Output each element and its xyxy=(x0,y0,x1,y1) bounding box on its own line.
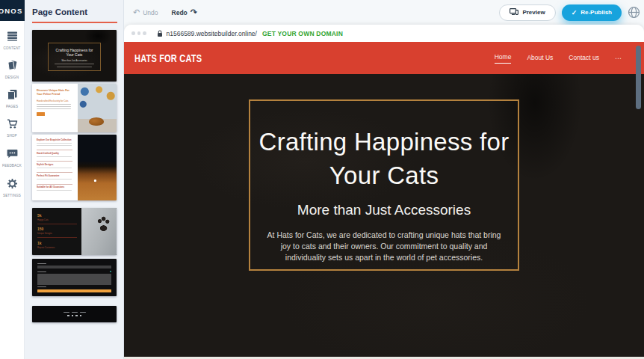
sidebar-item-settings[interactable]: SETTINGS xyxy=(0,178,25,197)
sidebar-item-label: DESIGN xyxy=(5,76,19,79)
thumbnail-intro-section[interactable]: Discover Unique Hats For Your Feline Fri… xyxy=(32,84,117,132)
content-icon xyxy=(7,31,18,45)
preview-label: Preview xyxy=(522,9,545,16)
hero-title[interactable]: Crafting Happiness forYour Cats xyxy=(250,125,518,192)
thumbnail-feature-heading: Stylish Designs xyxy=(37,164,74,167)
nav-item-about-us[interactable]: About Us xyxy=(527,54,553,63)
thumbnail-features-cat-photo xyxy=(78,135,117,200)
sidebar-item-label: SHOP xyxy=(7,134,17,138)
thumbnail-feature-heading: Suitable for All Occasions xyxy=(37,186,74,189)
thumbnail-intro-cat-photo xyxy=(78,84,117,132)
thumbnail-features-section[interactable]: Explore Our Exquisite Collection Hand-Cr… xyxy=(32,135,117,200)
thumbnail-form-input xyxy=(37,266,111,269)
thumbnail-feature-heading: Hand-Crafted Quality xyxy=(37,153,74,156)
site-brand-logo[interactable]: HATS FOR CATS xyxy=(134,52,202,64)
window-dots xyxy=(131,31,146,35)
design-icon xyxy=(7,60,18,74)
thumbnail-intro-button xyxy=(37,112,45,116)
thumbnail-stat-value: 1k xyxy=(37,241,77,245)
app-sidebar: IONOS CONTENT DESIGN PAGES SHOP xyxy=(0,0,25,359)
hero-subtitle[interactable]: More than Just Accessories xyxy=(250,202,518,218)
thumbnail-hero-title: Crafting Happiness for Your Cats xyxy=(54,48,94,58)
panel-title: Page Content xyxy=(32,7,123,16)
site-nav: Home About Us Contact us ⋯ xyxy=(495,53,622,64)
sidebar-item-label: FEEDBACK xyxy=(2,164,22,168)
undo-label: Undo xyxy=(143,9,158,16)
nav-item-home[interactable]: Home xyxy=(495,53,512,64)
sidebar-item-design[interactable]: DESIGN xyxy=(0,60,25,79)
thumbnail-intro-subheading: Handcrafted Exclusivity for Cats xyxy=(37,99,74,102)
preview-button[interactable]: Preview xyxy=(499,4,555,21)
sidebar-item-label: PAGES xyxy=(6,105,18,108)
thumbnail-feature-heading: Explore Our Exquisite Collection xyxy=(37,139,74,142)
redo-button[interactable]: Redo ↷ xyxy=(172,8,197,16)
sidebar-item-content[interactable]: CONTENT xyxy=(0,31,25,50)
pages-icon xyxy=(7,89,18,103)
sidebar-item-label: SETTINGS xyxy=(3,194,21,197)
settings-icon xyxy=(7,178,18,192)
feedback-icon xyxy=(7,148,18,162)
hero-text-block[interactable]: Crafting Happiness forYour Cats More tha… xyxy=(249,99,519,271)
panel-title-underline xyxy=(32,22,117,23)
page-content-panel: Page Content Crafting Happiness for Your… xyxy=(25,0,124,359)
section-thumbnail-list: Crafting Happiness for Your Cats More th… xyxy=(25,30,123,322)
thumbnail-stats-section[interactable]: 5k Happy Cats 150 Unique Designs 1k Repe… xyxy=(32,208,117,255)
sidebar-item-feedback[interactable]: FEEDBACK xyxy=(0,148,25,168)
nav-item-contact-us[interactable]: Contact us xyxy=(569,54,599,63)
thumbnail-stat-label: Repeat Customers xyxy=(37,246,77,249)
thumbnail-feature-heading: Perfect Fit Guarantee xyxy=(37,175,74,178)
thumbnail-footer-section[interactable] xyxy=(32,306,117,322)
republish-label: Re-Publish xyxy=(580,9,612,16)
nav-more-menu[interactable]: ⋯ xyxy=(615,55,622,62)
thumbnail-stats-list: 5k Happy Cats 150 Unique Designs 1k Repe… xyxy=(32,208,81,255)
thumbnail-features-list: Explore Our Exquisite Collection Hand-Cr… xyxy=(32,135,78,200)
site-header: HATS FOR CATS Home About Us Contact us ⋯ xyxy=(124,42,644,74)
undo-button[interactable]: ↶ Undo xyxy=(133,8,158,16)
sidebar-item-pages[interactable]: PAGES xyxy=(0,89,25,108)
republish-button[interactable]: ✓ Re-Publish xyxy=(562,4,622,21)
thumbnail-intro-heading: Discover Unique Hats For Your Feline Fri… xyxy=(37,89,70,96)
globe-icon[interactable] xyxy=(628,6,640,19)
check-icon: ✓ xyxy=(572,9,578,16)
site-canvas: HATS FOR CATS Home About Us Contact us ⋯… xyxy=(124,42,644,359)
browser-chrome: n1566589.websitebuilder.online/ GET YOUR… xyxy=(124,25,644,42)
website-builder-app: IONOS CONTENT DESIGN PAGES SHOP xyxy=(0,0,644,359)
thumbnail-stat-label: Unique Designs xyxy=(37,232,77,235)
thumbnail-stat-value: 150 xyxy=(37,227,77,231)
editor-stage: ↶ Undo Redo ↷ Preview ✓ Re-Publish xyxy=(124,0,644,359)
redo-label: Redo xyxy=(172,9,188,16)
thumbnail-intro-text: Discover Unique Hats For Your Feline Fri… xyxy=(32,84,78,132)
ionos-logo[interactable]: IONOS xyxy=(0,0,25,21)
sidebar-item-label: CONTENT xyxy=(3,46,20,50)
site-url: n1566589.websitebuilder.online/ xyxy=(167,30,257,37)
redo-icon: ↷ xyxy=(191,8,197,16)
shop-icon xyxy=(7,118,18,132)
thumbnail-stat-label: Happy Cats xyxy=(37,218,77,221)
sidebar-item-shop[interactable]: SHOP xyxy=(0,118,25,138)
undo-icon: ↶ xyxy=(133,8,140,16)
thumbnail-form-textarea xyxy=(37,274,111,285)
thumbnail-hero-section[interactable]: Crafting Happiness for Your Cats More th… xyxy=(32,30,117,82)
thumbnail-contact-form-section[interactable] xyxy=(32,259,117,296)
hero-section: Crafting Happiness forYour Cats More tha… xyxy=(124,74,644,359)
thumbnail-hero-textbox: Crafting Happiness for Your Cats More th… xyxy=(48,43,100,72)
url-bar[interactable]: n1566589.websitebuilder.online/ xyxy=(157,27,257,40)
thumbnail-hero-subtitle: More than Just Accessories xyxy=(61,59,87,62)
site-preview-window: n1566589.websitebuilder.online/ GET YOUR… xyxy=(124,25,644,359)
hero-body-text[interactable]: At Hats for Cats, we are dedicated to cr… xyxy=(264,230,504,263)
lock-icon xyxy=(157,27,163,40)
canvas-scrollbar[interactable] xyxy=(636,46,641,109)
get-domain-link[interactable]: GET YOUR OWN DOMAIN xyxy=(262,30,343,37)
thumbnail-form-submit-button xyxy=(37,289,111,293)
thumbnail-footer-social-icons xyxy=(67,315,81,317)
thumbnail-stat-value: 5k xyxy=(37,213,77,218)
thumbnail-stats-paw-photo xyxy=(81,208,117,255)
editor-toolbar: ↶ Undo Redo ↷ Preview ✓ Re-Publish xyxy=(124,0,644,25)
devices-icon xyxy=(510,8,518,16)
